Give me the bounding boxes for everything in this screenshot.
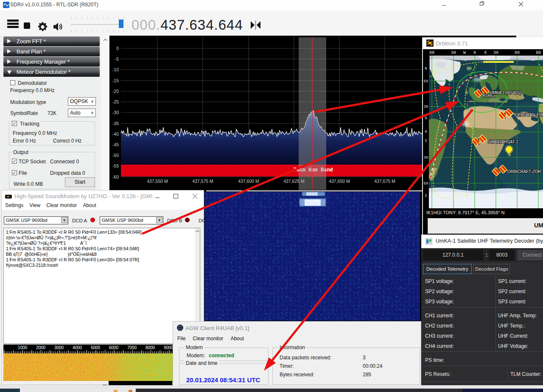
svg-text:-45: -45	[112, 142, 119, 147]
svg-text:W: W	[463, 50, 466, 55]
svg-text:8000: 8000	[146, 345, 155, 350]
svg-text:2000: 2000	[36, 345, 46, 350]
svg-text:7000: 7000	[127, 345, 137, 350]
svg-text:30: 30	[451, 50, 456, 55]
svg-text:437,575 M: 437,575 M	[192, 179, 213, 184]
svg-text:UMKA 1 (RS40S): UMKA 1 (RS40S)	[490, 90, 521, 95]
svg-text:N: N	[425, 116, 427, 120]
svg-text:437,675 M: 437,675 M	[374, 179, 395, 184]
svg-text:-60: -60	[112, 174, 119, 179]
svg-text:ORBICRAFT-ZOR: ORBICRAFT-ZOR	[507, 169, 541, 174]
svg-text:-20: -20	[112, 89, 119, 94]
svg-text:4000: 4000	[73, 345, 82, 350]
svg-text:SHARJAHSAT-1: SHARJAHSAT-1	[488, 140, 518, 144]
svg-text:6000: 6000	[109, 345, 119, 350]
svg-text:GEOSCAN-EDE: GEOSCAN-EDE	[515, 112, 543, 117]
svg-text:S: S	[425, 194, 427, 198]
svg-text:-10: -10	[112, 67, 119, 72]
svg-text:-30: -30	[112, 110, 119, 115]
svg-text:5000: 5000	[91, 345, 101, 350]
svg-text:60: 60	[424, 79, 428, 84]
svg-text:30: 30	[493, 50, 498, 55]
svg-text:-25: -25	[112, 99, 119, 104]
svg-text:90: 90	[536, 50, 541, 55]
svg-text:-50: -50	[112, 153, 119, 158]
svg-text:1000: 1000	[18, 345, 28, 350]
svg-text:0: 0	[425, 130, 427, 134]
svg-text:60: 60	[424, 182, 428, 186]
svg-text:9000: 9000	[164, 345, 174, 350]
svg-text:N: N	[425, 67, 427, 71]
svg-text:-15: -15	[112, 78, 119, 83]
svg-text:437,600 M: 437,600 M	[238, 179, 259, 184]
svg-text:0: 0	[473, 50, 476, 55]
svg-text:-5: -5	[115, 56, 119, 62]
svg-text:S: S	[425, 139, 427, 143]
svg-text:437,550 M: 437,550 M	[147, 179, 168, 184]
svg-text:-55: -55	[112, 163, 119, 168]
svg-text:3000: 3000	[54, 345, 64, 350]
svg-text:60: 60	[515, 50, 520, 55]
svg-text:0: 0	[116, 46, 119, 51]
svg-text:E: E	[484, 50, 487, 55]
svg-text:60: 60	[429, 50, 434, 55]
svg-text:-40: -40	[112, 132, 119, 137]
svg-text:30: 30	[424, 156, 428, 160]
svg-text:30: 30	[424, 105, 428, 109]
svg-text:-35: -35	[112, 121, 119, 126]
svg-text:437,650 M: 437,650 M	[329, 179, 350, 184]
